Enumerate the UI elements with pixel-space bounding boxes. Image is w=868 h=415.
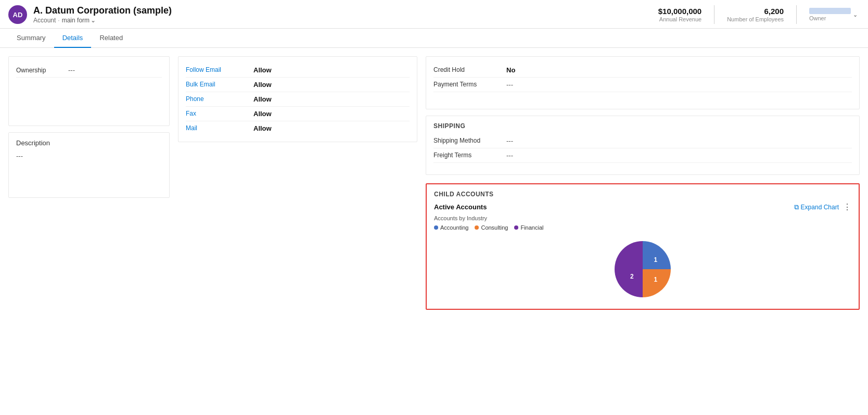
consulting-legend-label: Consulting — [481, 224, 508, 231]
employees-value: 6,200 — [727, 7, 784, 16]
financial-slice — [615, 241, 643, 269]
tab-summary[interactable]: Summary — [8, 29, 54, 48]
dropdown-chevron-icon[interactable]: ⌄ — [91, 17, 96, 24]
financial-legend-dot — [514, 225, 518, 230]
payment-terms-label: Payment Terms — [433, 81, 506, 88]
chart-subtitle: Accounts by Industry — [434, 215, 851, 221]
accounting-slice — [643, 241, 671, 269]
expand-icon: ⧉ — [794, 203, 799, 211]
fax-value: Allow — [253, 110, 272, 118]
entity-subtitle: Account · main form ⌄ — [33, 17, 172, 24]
phone-value: Allow — [253, 95, 272, 103]
follow-email-label: Follow Email — [186, 66, 253, 73]
pie-chart: 2 1 1 — [611, 238, 674, 300]
financial-label: 2 — [630, 273, 634, 280]
pie-chart-container: 2 1 1 — [434, 233, 851, 303]
shipping-method-row: Shipping Method --- — [433, 134, 852, 148]
payment-terms-value: --- — [506, 81, 513, 89]
mail-row: Mail Allow — [186, 121, 410, 135]
shipping-method-value: --- — [506, 137, 513, 145]
owner-label: Owner — [809, 15, 851, 21]
ownership-card: Ownership --- — [8, 56, 170, 126]
child-accounts-title: CHILD ACCOUNTS — [434, 191, 851, 198]
legend-item-accounting: Accounting — [434, 224, 468, 231]
child-accounts-card: CHILD ACCOUNTS Active Accounts ⧉ Expand … — [426, 183, 860, 310]
ownership-row: Ownership --- — [16, 63, 162, 78]
credit-hold-label: Credit Hold — [433, 66, 506, 73]
freight-terms-row: Freight Terms --- — [433, 148, 852, 163]
shipping-section-title: SHIPPING — [433, 122, 852, 130]
fax-label: Fax — [186, 110, 253, 117]
header-divider-1 — [714, 5, 714, 24]
tab-related[interactable]: Related — [91, 29, 131, 48]
owner-section: Owner ⌄ — [809, 8, 858, 21]
description-value: --- — [16, 152, 162, 160]
legend-item-financial: Financial — [514, 224, 543, 231]
header-left: AD A. Datum Corporation (sample) Account… — [8, 5, 172, 24]
credit-hold-value: No — [506, 66, 515, 74]
entity-info: A. Datum Corporation (sample) Account · … — [33, 5, 172, 24]
col-right: Credit Hold No Payment Terms --- SHIPPIN… — [426, 56, 860, 310]
expand-chart-label: Expand Chart — [801, 204, 839, 211]
credit-hold-row: Credit Hold No — [433, 63, 852, 78]
description-card: Description --- — [8, 132, 170, 198]
contact-prefs-card: Follow Email Allow Bulk Email Allow Phon… — [178, 56, 417, 142]
accounting-label: 1 — [654, 256, 658, 263]
more-options-icon[interactable]: ⋮ — [843, 202, 851, 212]
form-label: main form — [62, 17, 90, 24]
expand-chart-button[interactable]: ⧉ Expand Chart — [794, 203, 839, 211]
chart-header: Active Accounts ⧉ Expand Chart ⋮ — [434, 202, 851, 212]
shipping-card: SHIPPING Shipping Method --- Freight Ter… — [426, 116, 860, 175]
freight-terms-label: Freight Terms — [433, 152, 506, 159]
phone-row: Phone Allow — [186, 92, 410, 107]
follow-email-value: Allow — [253, 66, 272, 74]
mail-label: Mail — [186, 124, 253, 132]
bulk-email-value: Allow — [253, 81, 272, 89]
active-accounts-label: Active Accounts — [434, 203, 487, 211]
payment-terms-row: Payment Terms --- — [433, 78, 852, 92]
chart-legend: Accounting Consulting Financial — [434, 224, 851, 231]
accounting-legend-label: Accounting — [440, 224, 468, 231]
bulk-email-row: Bulk Email Allow — [186, 78, 410, 92]
financial-legend-label: Financial — [520, 224, 543, 231]
consulting-label: 1 — [654, 276, 658, 283]
separator-dot: · — [58, 17, 59, 24]
entity-type: Account — [33, 17, 56, 24]
owner-chevron-icon[interactable]: ⌄ — [853, 11, 858, 18]
main-content: Ownership --- Description --- Follow Ema… — [0, 48, 868, 318]
freight-terms-value: --- — [506, 152, 513, 159]
description-title: Description — [16, 139, 162, 147]
legend-item-consulting: Consulting — [475, 224, 508, 231]
bulk-email-label: Bulk Email — [186, 81, 253, 88]
annual-revenue-value: $10,000,000 — [658, 7, 701, 16]
annual-revenue-label: Annual Revenue — [658, 16, 701, 22]
nav-tabs: Summary Details Related — [0, 29, 868, 48]
entity-name: A. Datum Corporation (sample) — [33, 5, 172, 16]
billing-card: Credit Hold No Payment Terms --- — [426, 56, 860, 109]
avatar: AD — [8, 5, 27, 24]
owner-value-bar — [809, 8, 851, 14]
ownership-label: Ownership — [16, 67, 68, 74]
ownership-value: --- — [68, 66, 75, 74]
follow-email-row: Follow Email Allow — [186, 63, 410, 78]
chart-header-right: ⧉ Expand Chart ⋮ — [794, 202, 851, 212]
col-left: Ownership --- Description --- — [8, 56, 170, 310]
shipping-method-label: Shipping Method — [433, 137, 506, 144]
page-header: AD A. Datum Corporation (sample) Account… — [0, 0, 868, 29]
fax-row: Fax Allow — [186, 107, 410, 121]
header-right: $10,000,000 Annual Revenue 6,200 Number … — [658, 5, 858, 24]
form-dropdown[interactable]: main form ⌄ — [62, 17, 96, 24]
employees-stat: 6,200 Number of Employees — [727, 7, 784, 22]
accounting-legend-dot — [434, 225, 438, 230]
tab-details[interactable]: Details — [54, 29, 92, 48]
phone-label: Phone — [186, 95, 253, 103]
employees-label: Number of Employees — [727, 16, 784, 22]
mail-value: Allow — [253, 124, 272, 132]
col-mid: Follow Email Allow Bulk Email Allow Phon… — [178, 56, 417, 310]
financial-slice-2 — [615, 269, 643, 297]
consulting-legend-dot — [475, 225, 479, 230]
ownership-empty-area — [16, 78, 162, 119]
header-divider-2 — [796, 5, 797, 24]
annual-revenue-stat: $10,000,000 Annual Revenue — [658, 7, 701, 22]
consulting-slice — [643, 269, 671, 297]
